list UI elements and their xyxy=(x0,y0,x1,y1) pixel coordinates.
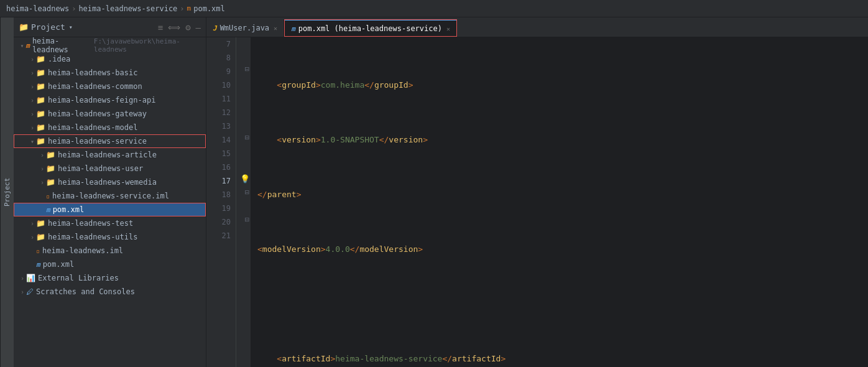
pom-icon: m xyxy=(36,261,40,269)
fold-marker-20: ⊟ xyxy=(245,215,249,224)
pom-file-icon: m xyxy=(291,25,295,33)
tree-item-common[interactable]: › 📁 heima-leadnews-common xyxy=(14,80,206,93)
sidebar-with-tab: Project 📁 Project ▾ ≡ ⟺ ⚙ — xyxy=(0,17,206,367)
iml-icon: ▫ xyxy=(36,248,40,254)
lightbulb-icon[interactable]: 💡 xyxy=(240,174,250,184)
ext-lib-icon: 📊 xyxy=(26,274,35,282)
scratch-icon: 🖊 xyxy=(26,287,34,296)
tree-item-service-iml[interactable]: › ▫ heima-leadnews-service.iml xyxy=(14,189,206,203)
breadcrumb-part-2[interactable]: heima-leadnews-service xyxy=(78,4,177,13)
code-line-9: </parent> xyxy=(257,188,862,202)
settings-icon[interactable]: ⚙ xyxy=(185,22,190,32)
folder-icon: 📁 xyxy=(36,82,45,91)
tree-item-article[interactable]: › 📁 heima-leadnews-article xyxy=(14,148,206,162)
tree-item-service[interactable]: ▾ 📁 heima-leadnews-service xyxy=(14,134,206,148)
tree-label: heima-leadnews-test xyxy=(48,219,133,228)
tree-label: heima-leadnews-basic xyxy=(48,68,138,77)
iml-icon: ▫ xyxy=(46,193,50,200)
tree-label: pom.xml xyxy=(43,260,75,269)
tab-bar: J WmUser.java ✕ m pom.xml (heima-leadnew… xyxy=(206,17,868,37)
breadcrumb-part-1[interactable]: heima-leadnews xyxy=(6,4,69,13)
tree-path: F:\javawebwork\heima-leadnews xyxy=(94,37,206,53)
tree-label: heima-leadnews.iml xyxy=(42,246,123,255)
tree-item-gateway[interactable]: › 📁 heima-leadnews-gateway xyxy=(14,107,206,121)
tree-label: heima-leadnews-model xyxy=(48,123,138,132)
tab-pom-service[interactable]: m pom.xml (heima-leadnews-service) ✕ xyxy=(284,19,457,37)
tree-item-heima-leadnews[interactable]: ▾ m heima-leadnews F:\javawebwork\heima-… xyxy=(14,39,206,52)
folder-icon: 📁 xyxy=(36,55,45,63)
tab-wmuser[interactable]: J WmUser.java ✕ xyxy=(206,19,284,37)
line-num-14: 14 xyxy=(206,133,231,147)
sidebar: 📁 Project ▾ ≡ ⟺ ⚙ — ▾ m heima-leadnews xyxy=(14,17,206,367)
line-num-11: 11 xyxy=(206,92,231,106)
arrow-icon: › xyxy=(29,124,36,131)
tab-close-wmuser[interactable]: ✕ xyxy=(274,25,277,32)
tree-label: pom.xml xyxy=(53,205,85,214)
line-num-17: 17 xyxy=(206,174,231,188)
folder-icon: 📁 xyxy=(36,96,45,105)
line-num-7: 7 xyxy=(206,37,231,51)
line-num-9: 9 xyxy=(206,65,231,78)
arrow-icon: › xyxy=(29,111,36,118)
arrow-icon: › xyxy=(29,97,36,104)
code-editor: 7 8 9 10 11 12 13 14 15 16 17 18 19 20 2… xyxy=(206,37,868,367)
editor-area: J WmUser.java ✕ m pom.xml (heima-leadnew… xyxy=(206,17,868,367)
tree-item-pom-root[interactable]: › m pom.xml xyxy=(14,258,206,271)
tree-item-basic[interactable]: › 📁 heima-leadnews-basic xyxy=(14,66,206,80)
tree-item-ext-lib[interactable]: › 📊 External Libraries xyxy=(14,271,206,285)
project-tree: ▾ m heima-leadnews F:\javawebwork\heima-… xyxy=(14,37,206,367)
module-icon: m xyxy=(25,42,30,50)
close-sidebar-icon[interactable]: — xyxy=(196,22,201,32)
fold-marker-9: ⊟ xyxy=(245,65,249,73)
tree-item-wemedia[interactable]: › 📁 heima-leadnews-wemedia xyxy=(14,175,206,189)
expand-icon[interactable]: ⟺ xyxy=(168,22,180,32)
arrow-icon: › xyxy=(29,70,36,77)
tab-close-pom[interactable]: ✕ xyxy=(446,26,450,32)
tree-item-root-iml[interactable]: › ▫ heima-leadnews.iml xyxy=(14,244,206,258)
tree-label: heima-leadnews-article xyxy=(58,151,157,159)
code-line-11 xyxy=(257,297,862,311)
tree-label: .idea xyxy=(48,55,70,63)
code-line-8: <version>1.0-SNAPSHOT</version> xyxy=(257,133,862,147)
tree-item-model[interactable]: › 📁 heima-leadnews-model xyxy=(14,121,206,134)
arrow-icon: › xyxy=(19,289,26,295)
pom-icon: m xyxy=(46,206,50,214)
line-num-21: 21 xyxy=(206,229,231,243)
folder-icon: 📁 xyxy=(46,178,55,187)
code-line-12: <artifactId>heima-leadnews-service</arti… xyxy=(257,352,862,366)
folder-icon: 📁 xyxy=(36,233,45,241)
tree-item-test[interactable]: › 📁 heima-leadnews-test xyxy=(14,216,206,230)
arrow-icon: › xyxy=(39,152,46,159)
line-num-16: 16 xyxy=(206,160,231,174)
tab-label: pom.xml (heima-leadnews-service) xyxy=(298,24,442,33)
project-panel-tab[interactable]: Project xyxy=(0,17,14,367)
code-content[interactable]: <groupId>com.heima</groupId> <version>1.… xyxy=(251,37,868,367)
line-num-10: 10 xyxy=(206,78,231,92)
code-line-10: <modelVersion>4.0.0</modelVersion> xyxy=(257,243,862,256)
tree-label: heima-leadnews-service xyxy=(48,137,147,146)
line-numbers: 7 8 9 10 11 12 13 14 15 16 17 18 19 20 2… xyxy=(206,37,236,367)
folder-icon: 📁 xyxy=(36,109,45,118)
collapse-all-icon[interactable]: ≡ xyxy=(158,22,163,32)
line-num-8: 8 xyxy=(206,51,231,65)
tree-item-utils[interactable]: › 📁 heima-leadnews-utils xyxy=(14,230,206,244)
tree-item-pom-service[interactable]: › m pom.xml xyxy=(14,203,206,216)
tree-label: External Libraries xyxy=(38,274,119,282)
folder-icon: 📁 xyxy=(46,164,55,173)
line-num-20: 20 xyxy=(206,215,231,229)
project-dropdown-arrow[interactable]: ▾ xyxy=(69,24,73,30)
breadcrumb-part-3: pom.xml xyxy=(193,4,225,13)
tree-item-idea[interactable]: › 📁 .idea xyxy=(14,52,206,66)
arrow-icon: › xyxy=(29,56,36,63)
gutter: ⊟ ⊟ 💡 ⊟ ⊟ xyxy=(236,37,251,367)
arrow-icon: › xyxy=(19,275,26,282)
fold-marker-18: ⊟ xyxy=(245,188,249,197)
line-num-19: 19 xyxy=(206,202,231,215)
folder-icon: 📁 xyxy=(36,123,45,132)
breadcrumb-file-icon: m xyxy=(187,4,192,12)
tree-item-user[interactable]: › 📁 heima-leadnews-user xyxy=(14,162,206,175)
folder-icon: 📁 xyxy=(36,68,45,77)
tree-item-scratches[interactable]: › 🖊 Scratches and Consoles xyxy=(14,285,206,299)
tree-item-feign[interactable]: › 📁 heima-leadnews-feign-api xyxy=(14,93,206,107)
tree-label: heima-leadnews-user xyxy=(58,164,143,173)
